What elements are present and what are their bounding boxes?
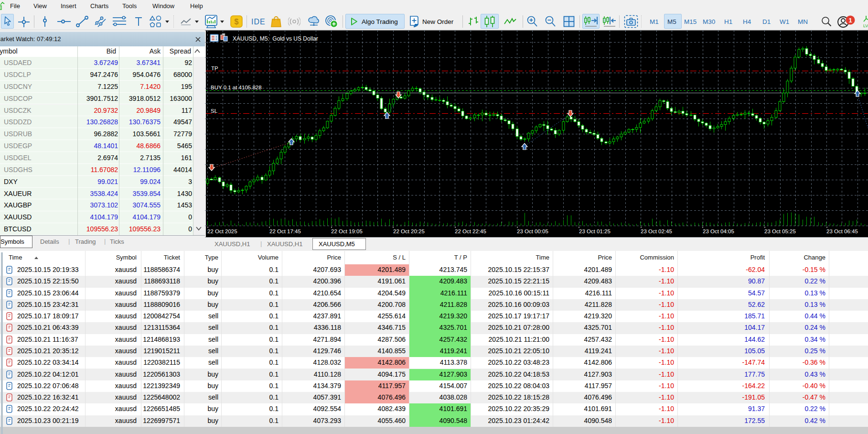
svg-text:22 Oct 19:05: 22 Oct 19:05 [331,228,363,234]
svg-text:22 Oct 20:25: 22 Oct 20:25 [393,228,425,234]
svg-text:1: 1 [848,17,852,24]
svg-text:23 Oct 02:45: 23 Oct 02:45 [641,228,672,234]
svg-text:BUY 0.1 at 4105.828: BUY 0.1 at 4105.828 [211,85,262,90]
svg-text:23 Oct 00:05: 23 Oct 00:05 [517,228,548,234]
svg-text:23 Oct 04:05: 23 Oct 04:05 [703,228,734,234]
svg-text:LV: LV [863,23,868,28]
svg-text:TP: TP [211,65,218,71]
svg-text:$: $ [235,18,239,26]
svg-text:SL: SL [211,108,218,114]
svg-text:23 Oct 01:25: 23 Oct 01:25 [579,228,611,234]
svg-text:23 Oct 05:25: 23 Oct 05:25 [764,228,796,234]
svg-text:XAUUSD, M5: Gold vs US Dollar: XAUUSD, M5: Gold vs US Dollar [233,35,318,42]
svg-text:23 Oct 06:45: 23 Oct 06:45 [826,228,858,234]
svg-text:22 Oct 22:45: 22 Oct 22:45 [455,228,486,234]
svg-text:22 Oct 2025: 22 Oct 2025 [207,228,237,234]
svg-text:22 Oct 17:45: 22 Oct 17:45 [269,228,301,234]
